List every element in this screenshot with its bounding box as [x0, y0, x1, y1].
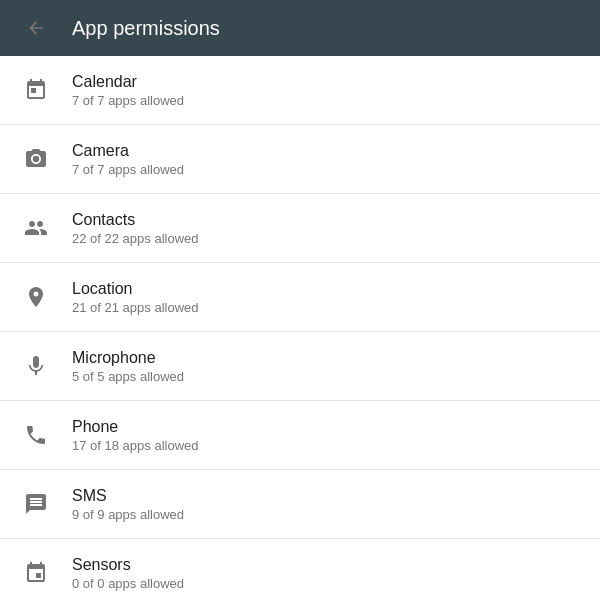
screen: App permissions Calendar 7 of 7 apps all…: [0, 0, 600, 600]
location-title: Location: [72, 280, 198, 298]
microphone-title: Microphone: [72, 349, 184, 367]
camera-title: Camera: [72, 142, 184, 160]
permission-item-calendar[interactable]: Calendar 7 of 7 apps allowed: [0, 56, 600, 125]
page-title: App permissions: [72, 17, 220, 40]
sensors-subtitle: 0 of 0 apps allowed: [72, 576, 184, 591]
back-button[interactable]: [16, 8, 56, 48]
sms-title: SMS: [72, 487, 184, 505]
sensors-title: Sensors: [72, 556, 184, 574]
permissions-list: Calendar 7 of 7 apps allowed Camera 7 of…: [0, 56, 600, 600]
camera-text: Camera 7 of 7 apps allowed: [72, 142, 184, 177]
location-subtitle: 21 of 21 apps allowed: [72, 300, 198, 315]
permission-item-sensors[interactable]: Sensors 0 of 0 apps allowed: [0, 539, 600, 600]
permission-item-camera[interactable]: Camera 7 of 7 apps allowed: [0, 125, 600, 194]
phone-title: Phone: [72, 418, 198, 436]
sms-text: SMS 9 of 9 apps allowed: [72, 487, 184, 522]
permission-item-location[interactable]: Location 21 of 21 apps allowed: [0, 263, 600, 332]
location-icon: [16, 277, 56, 317]
calendar-text: Calendar 7 of 7 apps allowed: [72, 73, 184, 108]
contacts-icon: [16, 208, 56, 248]
permission-item-sms[interactable]: SMS 9 of 9 apps allowed: [0, 470, 600, 539]
contacts-text: Contacts 22 of 22 apps allowed: [72, 211, 198, 246]
microphone-text: Microphone 5 of 5 apps allowed: [72, 349, 184, 384]
contacts-title: Contacts: [72, 211, 198, 229]
contacts-subtitle: 22 of 22 apps allowed: [72, 231, 198, 246]
phone-subtitle: 17 of 18 apps allowed: [72, 438, 198, 453]
microphone-icon: [16, 346, 56, 386]
calendar-title: Calendar: [72, 73, 184, 91]
calendar-icon: [16, 70, 56, 110]
sms-icon: [16, 484, 56, 524]
microphone-subtitle: 5 of 5 apps allowed: [72, 369, 184, 384]
phone-icon: [16, 415, 56, 455]
location-text: Location 21 of 21 apps allowed: [72, 280, 198, 315]
camera-icon: [16, 139, 56, 179]
camera-subtitle: 7 of 7 apps allowed: [72, 162, 184, 177]
sensors-text: Sensors 0 of 0 apps allowed: [72, 556, 184, 591]
phone-text: Phone 17 of 18 apps allowed: [72, 418, 198, 453]
permission-item-phone[interactable]: Phone 17 of 18 apps allowed: [0, 401, 600, 470]
sms-subtitle: 9 of 9 apps allowed: [72, 507, 184, 522]
permission-item-contacts[interactable]: Contacts 22 of 22 apps allowed: [0, 194, 600, 263]
permission-item-microphone[interactable]: Microphone 5 of 5 apps allowed: [0, 332, 600, 401]
sensors-icon: [16, 553, 56, 593]
header: App permissions: [0, 0, 600, 56]
calendar-subtitle: 7 of 7 apps allowed: [72, 93, 184, 108]
